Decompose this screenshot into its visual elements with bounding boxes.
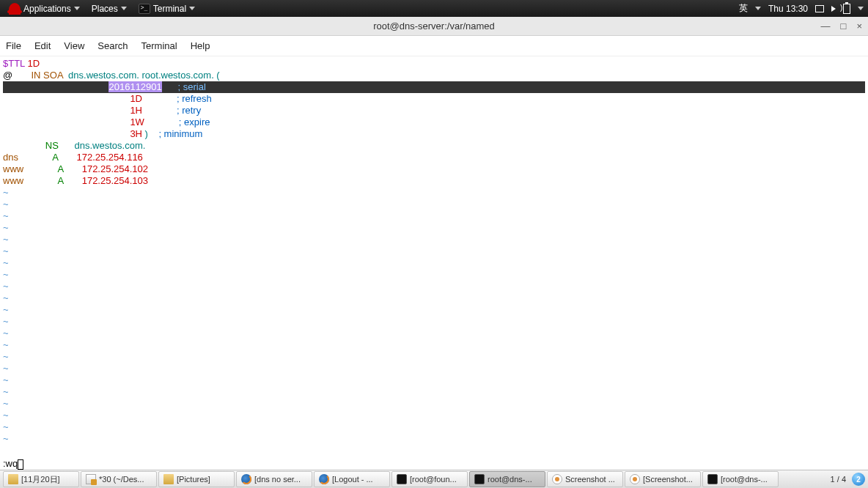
taskbar-item-label: [Screenshot... bbox=[643, 475, 693, 484]
taskbar-item-label: root@dns-... bbox=[488, 475, 532, 484]
taskbar-item-label: [Pictures] bbox=[177, 475, 210, 484]
chevron-down-icon bbox=[74, 7, 80, 10]
taskbar-item[interactable]: Screenshot ... bbox=[547, 471, 623, 487]
battery-icon[interactable] bbox=[843, 4, 850, 14]
cursor bbox=[18, 459, 23, 470]
chevron-down-icon bbox=[189, 7, 195, 10]
taskbar-item[interactable]: [root@dns-... bbox=[702, 471, 779, 487]
close-button[interactable]: × bbox=[856, 21, 862, 32]
volume-icon[interactable] bbox=[831, 6, 836, 12]
taskbar-item[interactable]: [Screenshot... bbox=[625, 471, 701, 487]
taskbar-item[interactable]: [Pictures] bbox=[158, 471, 235, 487]
menu-help[interactable]: Help bbox=[191, 40, 210, 51]
gnome-top-panel: Applications Places Terminal 英 Thu 13:30 bbox=[0, 0, 868, 17]
eye-icon bbox=[552, 474, 562, 484]
term-icon bbox=[474, 474, 485, 484]
taskbar-item-label: [root@foun... bbox=[410, 475, 457, 484]
taskbar-item[interactable]: [11月20日] bbox=[3, 471, 79, 487]
ime-indicator[interactable]: 英 bbox=[739, 2, 748, 15]
menu-search[interactable]: Search bbox=[98, 40, 128, 51]
maximize-button[interactable]: □ bbox=[841, 21, 847, 32]
window-title: root@dns-server:/var/named bbox=[373, 21, 495, 32]
a11y-icon[interactable] bbox=[815, 5, 824, 12]
applications-menu[interactable]: Applications bbox=[4, 3, 84, 15]
terminal-window: root@dns-server:/var/named — □ × File Ed… bbox=[0, 17, 868, 470]
window-titlebar[interactable]: root@dns-server:/var/named — □ × bbox=[0, 17, 868, 36]
menu-file[interactable]: File bbox=[6, 40, 21, 51]
menu-edit[interactable]: Edit bbox=[34, 40, 51, 51]
places-menu[interactable]: Places bbox=[87, 4, 131, 14]
terminal-app-menu[interactable]: Terminal bbox=[134, 4, 199, 14]
ff-icon bbox=[241, 474, 251, 484]
menu-terminal[interactable]: Terminal bbox=[141, 40, 177, 51]
distro-logo-icon bbox=[9, 3, 21, 15]
taskbar-item-label: *30 (~/Des... bbox=[99, 475, 144, 484]
taskbar-item[interactable]: [dns no ser... bbox=[236, 471, 312, 487]
folder-icon bbox=[8, 474, 18, 484]
minimize-button[interactable]: — bbox=[821, 21, 831, 32]
taskbar-item-label: [Logout - ... bbox=[332, 475, 373, 484]
terminal-icon bbox=[139, 4, 150, 14]
ff-icon bbox=[319, 474, 329, 484]
gnome-bottom-panel: [11月20日]*30 (~/Des...[Pictures][dns no s… bbox=[0, 470, 868, 488]
term-icon bbox=[397, 474, 407, 484]
taskbar-item-label: Screenshot ... bbox=[565, 475, 615, 484]
taskbar-item-label: [11月20日] bbox=[21, 474, 60, 485]
terminal-menubar: File Edit View Search Terminal Help bbox=[0, 36, 868, 56]
eye-icon bbox=[630, 474, 640, 484]
clock[interactable]: Thu 13:30 bbox=[768, 4, 808, 14]
taskbar-item[interactable]: [Logout - ... bbox=[314, 471, 390, 487]
vim-command-line[interactable]: :wq bbox=[3, 458, 23, 470]
taskbar-item[interactable]: root@dns-... bbox=[469, 471, 545, 487]
taskbar-item-label: [root@dns-... bbox=[721, 475, 768, 484]
workspace-indicator[interactable]: 1 / 4 bbox=[831, 475, 846, 484]
chevron-down-icon bbox=[858, 7, 864, 10]
taskbar-item[interactable]: *30 (~/Des... bbox=[81, 471, 157, 487]
taskbar-item-label: [dns no ser... bbox=[254, 475, 301, 484]
menu-view[interactable]: View bbox=[64, 40, 84, 51]
chevron-down-icon bbox=[121, 7, 127, 10]
chevron-down-icon bbox=[755, 7, 761, 10]
term-icon bbox=[707, 474, 718, 484]
terminal-content[interactable]: $TTL 1D @ IN SOA dns.westos.com. root.we… bbox=[0, 56, 868, 470]
taskbar-item[interactable]: [root@foun... bbox=[391, 471, 468, 487]
notification-badge[interactable]: 2 bbox=[852, 473, 865, 486]
folder-icon bbox=[163, 474, 174, 484]
gedit-icon bbox=[86, 474, 96, 484]
